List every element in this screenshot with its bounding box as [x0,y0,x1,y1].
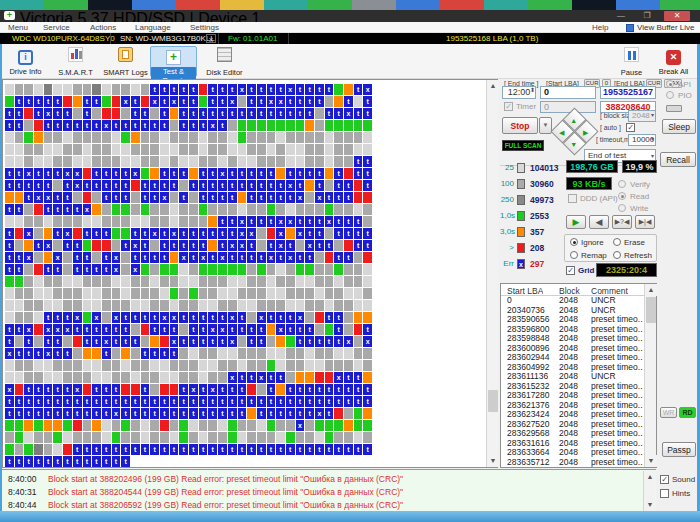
serial-close-button[interactable]: x [206,34,216,43]
erase-radio[interactable] [613,238,621,246]
scan-grid-row [5,144,373,156]
toolbar-button-test-repair[interactable]: + Test & Repair [150,46,197,77]
menu-item-help[interactable]: Help [592,23,608,32]
scrollbar-thumb[interactable] [488,390,498,412]
table-row[interactable]: 2836008962048preset timeo... [501,344,656,354]
scroll-up-arrow[interactable]: ▲ [487,80,499,92]
remap-radio[interactable] [570,251,578,259]
spinner-arrows[interactable]: ⬍ [530,86,535,93]
wr-button[interactable]: WR [660,407,677,418]
scroll-up-arrow[interactable]: ▲ [645,284,657,296]
api-radio[interactable] [666,80,674,88]
scroll-up-arrow[interactable]: ▲ [644,471,656,483]
menu-item-actions[interactable]: Actions [90,23,116,32]
table-row[interactable]: 2836152322048preset timeo... [501,382,656,392]
scan-block-mid-gray [257,276,266,287]
sound-checkbox[interactable]: ✓ [660,475,669,484]
table-row[interactable]: 2836029442048preset timeo... [501,353,656,363]
read-radio[interactable] [618,192,626,200]
column-header-comment[interactable]: Comment [591,286,643,296]
auto-checkbox[interactable]: ✓ [626,123,635,132]
rd-button[interactable]: RD [679,407,696,418]
pause-button[interactable]: Pause [608,46,655,77]
drive-model[interactable]: WDC WD10PURX-64D8SY0 [12,33,115,44]
scan-block-mid-gray [15,360,24,371]
close-button[interactable]: ✕ [664,11,690,21]
table-row[interactable]: 2836316162048preset timeo... [501,439,656,449]
log-entry[interactable]: 8:40:00Block start at 388202496 (199 GB)… [0,473,640,486]
scroll-down-arrow[interactable]: ▼ [487,455,499,467]
play-button[interactable]: ▶ [566,215,586,229]
table-row[interactable]: 2836049922048preset timeo... [501,363,656,373]
scan-block-orange [121,348,130,359]
menu-item-menu[interactable]: Menu [8,23,28,32]
table-row[interactable]: 2835906562048preset timeo... [501,315,656,325]
write-radio[interactable] [618,204,626,212]
break-all-button[interactable]: ✕ Break All [650,46,697,77]
scroll-down-arrow[interactable]: ▼ [644,499,656,511]
table-row[interactable]: 2836275202048preset timeo... [501,420,656,430]
verify-radio[interactable] [618,180,626,188]
table-row[interactable]: 2836357122048preset timeo... [501,458,656,468]
table-cell: preset timeo... [591,458,643,468]
table-scrollbar[interactable]: ▲ ▼ [644,284,656,467]
scan-block-mid-gray [53,288,62,299]
refresh-radio[interactable] [613,251,621,259]
table-row[interactable]: 2836111362048UNCR [501,372,656,382]
passp-button[interactable]: Passp [662,442,696,457]
scan-block-mid-gray [53,360,62,371]
toolbar-button-smart[interactable]: S.M.A.R.T [52,46,99,77]
skip-question-button[interactable]: ▶?◀ [612,215,632,229]
scan-block-blue-error: x [315,192,324,203]
scan-block-red [63,444,72,455]
scan-block-red [363,252,372,263]
table-row[interactable]: 2836172802048preset timeo... [501,391,656,401]
hints-checkbox[interactable] [660,489,669,498]
table-row[interactable]: 203407362048UNCR [501,306,656,316]
maximize-button[interactable]: ❐ [638,11,656,21]
toolbar-button-drive-info[interactable]: i Drive Info [2,46,49,77]
skip-end-button[interactable]: ▶|◀ [635,215,655,229]
timer-checkbox[interactable]: ✓ [504,102,513,111]
column-header-block[interactable]: Block [559,286,580,296]
scan-block-orange [334,96,343,107]
table-row[interactable]: 2836213762048preset timeo... [501,401,656,411]
scan-block-red [34,324,43,335]
stop-button[interactable]: Stop [502,117,538,134]
grid-checkbox[interactable]: ✓ [566,266,575,275]
table-row[interactable]: 2836295682048preset timeo... [501,429,656,439]
minimize-button[interactable]: — [612,11,630,21]
menu-item-language[interactable]: Language [135,23,171,32]
toolbar-button-disk-editor[interactable]: Disk Editor [201,46,248,77]
sleep-button[interactable]: Sleep [662,119,696,134]
defect-table-header[interactable]: Start LBA Block Comment [501,284,656,296]
table-row[interactable]: 2835988482048preset timeo... [501,334,656,344]
table-row[interactable]: 2836336642048preset timeo... [501,448,656,458]
table-row[interactable]: 2836234242048preset timeo... [501,410,656,420]
scan-block-mid-gray [112,156,121,167]
log-entry[interactable]: 8:40:31Block start at 388204544 (199 GB)… [0,486,640,499]
scan-block-mid-gray [63,372,72,383]
pio-radio[interactable] [666,91,674,99]
ddd-checkbox[interactable] [568,194,577,203]
menu-item-view-buffer-live[interactable]: View Buffer Live [637,23,695,32]
block-size-dropdown[interactable]: 2048▾ [628,110,656,122]
menu-item-settings[interactable]: Settings [190,23,219,32]
table-row[interactable]: 2835968002048preset timeo... [501,325,656,335]
scrollbar-thumb[interactable] [646,297,656,323]
toolbar-button-smart-logs[interactable]: SMART Logs [102,46,149,77]
grid-scrollbar[interactable]: ▲ ▼ [486,80,498,467]
step-back-button[interactable]: ◀ [589,215,609,229]
log-scrollbar[interactable]: ▲ ▼ [643,471,655,511]
timeout-dropdown[interactable]: 10000▾ [628,134,656,146]
scroll-down-arrow[interactable]: ▼ [645,455,657,467]
recall-button[interactable]: Recall [660,152,696,167]
menu-item-service[interactable]: Service [43,23,70,32]
table-cell: preset timeo... [591,353,643,363]
start-lba-input[interactable]: 0 [540,86,596,99]
column-header-start-lba[interactable]: Start LBA [507,286,543,296]
end-lba-input[interactable]: 1953525167 [600,86,656,99]
scan-block-mid-gray [247,312,256,323]
table-row[interactable]: 02048UNCR [501,296,656,306]
ignore-radio[interactable] [570,238,578,246]
